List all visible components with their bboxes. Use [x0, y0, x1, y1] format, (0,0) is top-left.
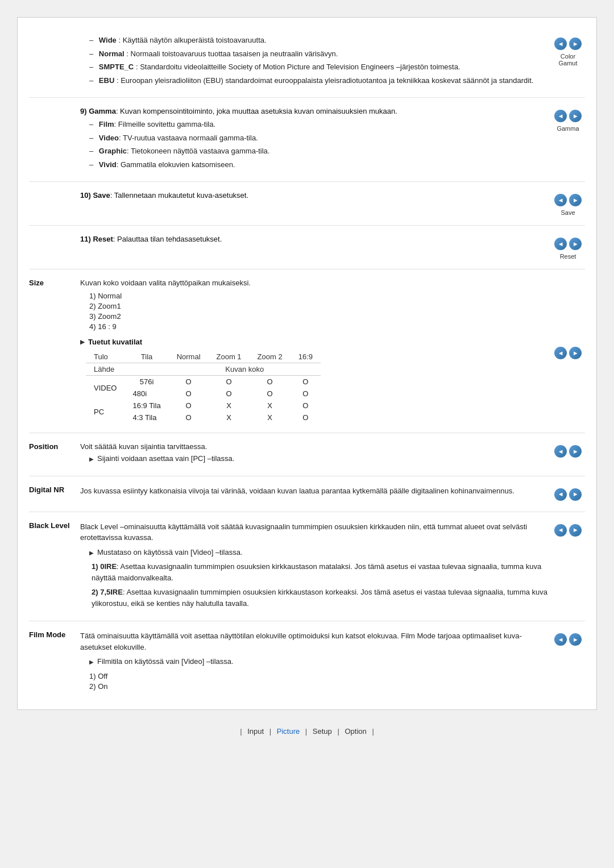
page: Wide : Käyttää näytön alkuperäistä toist… [0, 0, 614, 868]
black-level-content: Black Level –ominaisuutta käyttämällä vo… [80, 521, 551, 612]
ebu-desc: : Euroopan yleisradioliiton (EBU) standa… [117, 76, 534, 85]
footer-sep1: | [269, 727, 271, 736]
row3-zoom1: X [209, 412, 250, 423]
row3-zoom2: X [250, 412, 291, 423]
gamma-video: Video: TV-ruutua vastaava normaali gamma… [80, 132, 551, 144]
normal-desc: : Normaali toistoavaruus tuottaa tasaise… [126, 49, 338, 58]
digital-nr-label: Digital NR [29, 485, 64, 494]
gamma-vivid: Vivid: Gammatila elokuvien katsomiseen. [80, 159, 551, 171]
color-gamut-right-icon[interactable] [569, 38, 582, 50]
size-description: Kuvan koko voidaan valita näyttöpaikan m… [80, 279, 551, 287]
film-on: 2) On [89, 682, 551, 691]
size-normal: 1) Normal [89, 292, 551, 300]
gamma-right-icon[interactable] [569, 110, 582, 122]
size-icon-pair [554, 347, 582, 359]
black-level-icon-pair [554, 524, 582, 537]
table-title: Tuetut kuvatilat [80, 338, 551, 346]
table-body: VIDEO 576i O O O O 480i [86, 376, 321, 424]
gamma-icons: Gamma [551, 107, 585, 132]
gamma-content: 9) Gamma: Kuvan kompensointitoiminto, jo… [29, 107, 551, 172]
row1-169: O [291, 388, 321, 400]
save-right-icon[interactable] [569, 194, 582, 206]
black-level-right-icon[interactable] [569, 524, 582, 537]
size-zoom2: 3) Zoom2 [89, 312, 551, 321]
ebu-bullet: EBU : Euroopan yleisradioliiton (EBU) st… [80, 75, 551, 86]
normal-bullet: Normal : Normaali toistoavaruus tuottaa … [80, 48, 551, 60]
main-container: Wide : Käyttää näytön alkuperäistä toist… [17, 17, 597, 710]
black-level-item1: 1) 0IRE: Asettaa kuvasignaalin tummimpie… [80, 561, 551, 583]
footer-option[interactable]: Option [345, 727, 366, 736]
position-section: Position Voit säätää kuvan sijaintia tar… [29, 442, 585, 476]
footer-setup[interactable]: Setup [313, 727, 332, 736]
row0-169: O [291, 376, 321, 388]
film-mode-left-icon[interactable] [554, 633, 567, 646]
row2-tila: 16:9 Tila [125, 400, 168, 412]
footer-sep3: | [337, 727, 339, 736]
table-container: Tulo Tila Normal Zoom 1 Zoom 2 16:9 [86, 351, 551, 423]
size-label: Size [29, 279, 44, 287]
save-content: 10) Save: Tallennetaan mukautetut kuva-a… [29, 191, 551, 203]
size-left-icon[interactable] [554, 347, 567, 359]
size-label-col: Size [29, 279, 80, 287]
film-mode-desc1: Tätä ominaisuutta käyttämällä voit asett… [80, 630, 551, 653]
footer-separator-right: | [372, 727, 374, 736]
footer-picture[interactable]: Picture [277, 727, 300, 736]
size-table-area: Tuetut kuvatilat Tulo Tila Normal [80, 338, 551, 423]
vivid-key: Vivid [99, 160, 117, 169]
col-normal-h: Normal [169, 351, 209, 363]
film-mode-list: 1) Off 2) On [80, 672, 551, 691]
position-note: Sijainti voidaan asettaa vain [PC] –tila… [80, 453, 551, 464]
digital-nr-left-icon[interactable] [554, 488, 567, 501]
reset-section: 11) Reset: Palauttaa tilan tehdasasetuks… [29, 235, 585, 269]
smptec-bullet: SMPTE_C : Standardoitu videolaitteille S… [80, 61, 551, 73]
film-mode-icon-pair [554, 633, 582, 646]
row1-zoom1: O [209, 388, 250, 400]
row3-tila: 4:3 Tila [125, 412, 168, 423]
size-content: Kuvan koko voidaan valita näyttöpaikan m… [80, 279, 551, 423]
smptec-key: SMPTE_C [99, 63, 134, 71]
wide-bullet: Wide : Käyttää näytön alkuperäistä toist… [80, 35, 551, 46]
row1-tila: 480i [125, 388, 168, 400]
wide-desc: : Käyttää näytön alkuperäistä toistoavar… [118, 36, 266, 44]
reset-right-icon[interactable] [569, 238, 582, 250]
save-section: 10) Save: Tallennetaan mukautetut kuva-a… [29, 191, 585, 226]
footer-input[interactable]: Input [247, 727, 264, 736]
video-source: VIDEO [86, 376, 125, 400]
color-gamut-left-icon[interactable] [554, 38, 567, 50]
reset-title: 11) Reset: Palauttaa tilan tehdasasetuks… [80, 235, 551, 243]
reset-icons: Reset [551, 235, 585, 260]
position-icon-pair [554, 445, 582, 458]
save-label: Save [561, 209, 575, 216]
film-mode-section: Film Mode Tätä ominaisuutta käyttämällä … [29, 630, 585, 692]
reset-label: Reset [560, 253, 576, 260]
reset-left-icon[interactable] [554, 238, 567, 250]
col-zoom2-h: Zoom 2 [250, 351, 291, 363]
digital-nr-right-icon[interactable] [569, 488, 582, 501]
position-left-icon[interactable] [554, 445, 567, 458]
position-right-icon[interactable] [569, 445, 582, 458]
film-mode-label-col: Film Mode [29, 630, 80, 639]
black-level-label-col: Black Level [29, 521, 80, 530]
film-mode-content: Tätä ominaisuutta käyttämällä voit asett… [80, 630, 551, 692]
save-title: 10) Save: Tallennetaan mukautetut kuva-a… [80, 191, 551, 200]
film-mode-label: Film Mode [29, 630, 65, 639]
film-mode-right-icon[interactable] [569, 633, 582, 646]
color-gamut-content: Wide : Käyttää näytön alkuperäistä toist… [29, 35, 551, 88]
smptec-desc: : Standardoitu videolaitteille Society o… [136, 63, 460, 71]
save-icons: Save [551, 191, 585, 216]
col-zoom1-h: Zoom 1 [209, 351, 250, 363]
black-level-desc1: Black Level –ominaisuutta käyttämällä vo… [80, 521, 551, 543]
black-level-left-icon[interactable] [554, 524, 567, 537]
gamma-left-icon[interactable] [554, 110, 567, 122]
film-key: Film [99, 120, 114, 128]
graphic-key: Graphic [99, 147, 127, 155]
row3-169: O [291, 412, 321, 423]
table-row: VIDEO 576i O O O O [86, 376, 321, 388]
digital-nr-content: Jos kuvassa esiintyy katkonaisia viivoja… [80, 485, 551, 497]
size-zoom1: 2) Zoom1 [89, 302, 551, 310]
size-right-icon[interactable] [569, 347, 582, 359]
row2-zoom1: X [209, 400, 250, 412]
row0-zoom2: O [250, 376, 291, 388]
save-left-icon[interactable] [554, 194, 567, 206]
black-level-label: Black Level [29, 521, 70, 530]
